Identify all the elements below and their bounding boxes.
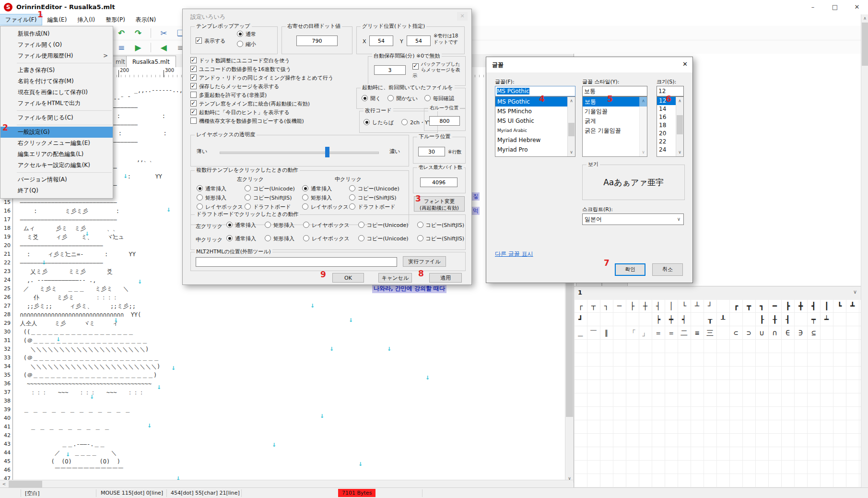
palette-char[interactable]: ┼ xyxy=(639,302,652,310)
font-size-list[interactable]: ∧ ∨ 12141618202224 xyxy=(657,96,684,157)
file-menu-item[interactable]: 名前を付けて保存(M) xyxy=(0,76,113,87)
palette-char[interactable]: ━ xyxy=(768,302,781,310)
radio-draft-click[interactable]: レイヤボックス xyxy=(303,222,350,229)
radio-draft-click[interactable]: レイヤボックス xyxy=(303,235,350,242)
style-list-item[interactable]: 기울임꼴 xyxy=(583,107,647,116)
font-list-item[interactable]: MS PGothic xyxy=(495,97,575,107)
radio-template-click[interactable]: コピー(ShiftJIS) xyxy=(245,194,295,203)
menu-bar-item[interactable]: 挿入(I) xyxy=(72,14,100,25)
close-button[interactable]: ✕ xyxy=(846,0,868,14)
settings-checkbox[interactable]: ドット数調整にユニコード空白を使う xyxy=(190,57,333,66)
palette-grid[interactable]: ┌┬┐─├┼┤│└┴┘┏┳┓━┣╋┫┃┗┻┛┝┿┥┰┸┠╂┨┯┷＿￣∥「」＝＝二… xyxy=(574,300,861,487)
scroll-up-icon[interactable]: ∧ xyxy=(640,97,647,105)
palette-char[interactable]: ┴ xyxy=(691,302,704,310)
checkbox-show-template[interactable]: 表示する xyxy=(196,37,226,45)
settings-checkbox[interactable]: 機種依存文字を数値参照コピーする(仮機能) xyxy=(190,118,333,126)
file-menu-item[interactable]: ファイルをHTMLで出力 xyxy=(0,98,113,109)
palette-char[interactable]: ┰ xyxy=(704,315,716,324)
palette-char[interactable]: ∋ xyxy=(794,329,807,337)
palette-char[interactable]: ┬ xyxy=(587,302,600,310)
script-combobox[interactable]: 일본어 ∨ xyxy=(582,213,684,225)
size-list-scrollbar[interactable]: ∧ ∨ xyxy=(676,97,683,156)
scroll-up-icon[interactable]: ∧ xyxy=(861,14,868,23)
palette-char[interactable]: ⊃ xyxy=(742,329,755,337)
file-menu-item[interactable]: 終了(Q) xyxy=(0,185,113,196)
radio-template-click[interactable]: 矩形挿入 xyxy=(302,194,349,203)
file-menu-item[interactable]: ファイル開く(O) xyxy=(0,39,113,50)
font-name-input[interactable]: MS PGothic xyxy=(495,86,575,96)
toolbar-icon[interactable]: ✂ xyxy=(156,27,171,39)
scroll-up-icon[interactable]: ∧ xyxy=(676,97,683,105)
settings-checkbox[interactable]: テンプレ窓をメイン窓に統合(再起動後に有効) xyxy=(190,100,333,109)
radio-newline[interactable]: したらば xyxy=(364,119,394,126)
file-menu-item[interactable]: ファイルを閉じる(C) xyxy=(0,112,113,123)
radio-template-click[interactable]: 通常挿入 xyxy=(197,185,243,194)
radio-template-click[interactable]: ドラフトボード xyxy=(349,203,399,213)
palette-char[interactable]: ┛ xyxy=(574,315,587,324)
palette-char[interactable]: ┏ xyxy=(729,302,742,310)
font-list-item[interactable]: MS UI Gothic xyxy=(495,116,575,126)
file-menu-item[interactable]: 右クリックメニュー編集(E) xyxy=(0,138,113,149)
maximize-button[interactable]: □ xyxy=(824,0,846,14)
file-menu-item[interactable]: 新規作成(N) xyxy=(0,28,113,39)
apply-button[interactable]: 適用 xyxy=(429,273,462,283)
max-bytes-input[interactable] xyxy=(420,178,457,187)
radio-draft-click[interactable]: 矩形挿入 xyxy=(265,222,294,229)
file-menu-item[interactable]: バージョン情報(A) xyxy=(0,174,113,185)
radio-draft-click[interactable]: 矩形挿入 xyxy=(265,235,294,242)
radio-startup-file[interactable]: 開かない xyxy=(387,95,418,102)
palette-char[interactable]: ┓ xyxy=(755,302,768,310)
palette-char[interactable]: ∥ xyxy=(600,329,613,337)
grid-y-input[interactable] xyxy=(407,36,431,46)
settings-close-icon[interactable]: ✕ xyxy=(457,12,468,21)
palette-char[interactable]: ┫ xyxy=(807,302,820,310)
style-list-item[interactable]: 굵은 기울임꼴 xyxy=(583,126,647,135)
palette-char[interactable]: ┗ xyxy=(833,302,846,310)
palette-char[interactable]: ├ xyxy=(626,302,639,310)
palette-char[interactable]: ┯ xyxy=(807,315,820,324)
menu-bar-item[interactable]: ファイル(F) xyxy=(0,14,42,25)
font-dialog-close-icon[interactable]: ✕ xyxy=(682,60,688,68)
scroll-down-icon[interactable]: ∨ xyxy=(568,148,575,156)
chevron-down-icon[interactable]: ∨ xyxy=(853,289,857,295)
palette-header[interactable]: 1 ∨ xyxy=(574,286,861,300)
mlt2html-path-input[interactable] xyxy=(196,257,397,267)
palette-char[interactable]: ┣ xyxy=(781,302,794,310)
settings-checkbox[interactable]: ユニコードの数値参照を16進数で扱う xyxy=(190,66,333,74)
palette-char[interactable]: ⊆ xyxy=(807,329,820,337)
opacity-slider-thumb[interactable] xyxy=(325,147,329,157)
document-tab-active[interactable]: Rusalka5.mlt xyxy=(126,56,176,68)
toolbar-icon[interactable]: ↷ xyxy=(131,27,145,39)
panel-vscroll-thumb[interactable] xyxy=(862,23,868,66)
radio-popup-mode[interactable]: 縮小 xyxy=(237,41,256,48)
palette-char[interactable]: ┸ xyxy=(716,315,729,324)
font-style-input[interactable]: 보통 xyxy=(582,86,647,96)
style-list-item[interactable]: 굵게 xyxy=(583,116,647,126)
settings-checkbox[interactable]: 多重起動を許可する(非推奨) xyxy=(190,92,333,100)
palette-char[interactable]: ┝ xyxy=(652,315,665,324)
palette-char[interactable]: 二 xyxy=(678,329,691,338)
file-menu-item[interactable]: 一般設定(G) xyxy=(0,127,113,138)
editor-horizontal-scrollbar[interactable]: < xyxy=(0,480,573,488)
style-list-scrollbar[interactable]: ∧ ∨ xyxy=(639,97,647,156)
settings-checkbox[interactable]: アンドゥ・リドゥの同じタイミング操作をまとめて行う xyxy=(190,74,333,83)
toolbar-icon[interactable]: ▶ xyxy=(131,41,145,54)
radio-draft-click[interactable]: コピー(ShiftJIS) xyxy=(417,235,465,242)
cancel-button[interactable]: 취소 xyxy=(652,263,683,276)
palette-char[interactable]: ⊂ xyxy=(729,329,742,337)
opacity-slider-track[interactable] xyxy=(220,152,379,154)
palette-char[interactable]: ∩ xyxy=(768,329,781,337)
radio-draft-click[interactable]: コピー(ShiftJIS) xyxy=(417,222,465,229)
palette-char[interactable]: ┷ xyxy=(820,315,833,324)
cancel-button[interactable]: キャンセル xyxy=(378,273,412,283)
grid-x-input[interactable] xyxy=(369,36,393,46)
palette-char[interactable]: ＝ xyxy=(665,329,678,338)
palette-char[interactable]: ╂ xyxy=(768,315,781,324)
bottom-ruler-input[interactable] xyxy=(418,147,445,156)
ok-button[interactable]: OK xyxy=(332,273,364,283)
file-menu-item[interactable]: 上書き保存(S) xyxy=(0,65,113,76)
autosave-minutes-input[interactable] xyxy=(374,65,406,75)
file-menu-item[interactable]: ファイル使用履歴(H) > xyxy=(0,50,113,61)
font-list-item[interactable]: MS PMincho xyxy=(495,107,575,116)
file-menu-item[interactable]: 編集エリアの配色編集(L) xyxy=(0,149,113,160)
